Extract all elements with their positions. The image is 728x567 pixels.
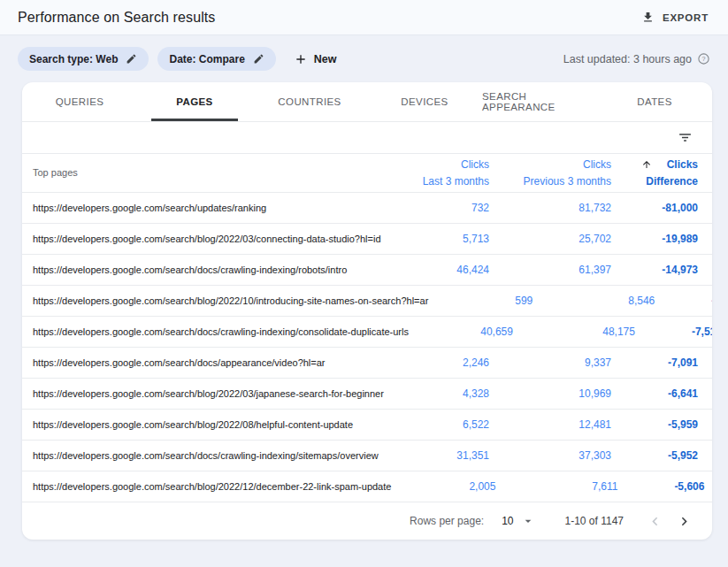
- pager: [647, 513, 693, 530]
- column-header-line: Clicks: [667, 157, 698, 173]
- clicks-difference-value: -14,973: [611, 264, 698, 276]
- table-footer: Rows per page: 10 1-10 of 1147: [22, 502, 712, 540]
- table-row[interactable]: https://developers.google.com/search/blo…: [22, 224, 712, 255]
- table-header: Top pages Clicks Last 3 months Clicks Pr…: [22, 154, 712, 193]
- pagination-range: 1-10 of 1147: [565, 515, 625, 527]
- table-row[interactable]: https://developers.google.com/search/doc…: [22, 441, 712, 471]
- caret-down-icon[interactable]: [521, 514, 535, 528]
- clicks-previous-value: 8,546: [533, 295, 655, 307]
- clicks-last-value: 2,246: [385, 356, 489, 369]
- chevron-left-icon[interactable]: [647, 513, 663, 530]
- tab[interactable]: DATES: [597, 82, 712, 121]
- rows-per-page-label: Rows per page:: [410, 515, 484, 527]
- download-icon: [641, 11, 655, 24]
- filter-bar: Search type: Web Date: Compare New Last …: [0, 35, 728, 82]
- page-url: https://developers.google.com/search/doc…: [33, 264, 385, 275]
- table-row[interactable]: https://developers.google.com/search/upd…: [22, 193, 712, 224]
- column-header-line: Last 3 months: [385, 173, 489, 190]
- clicks-difference-value: -7,516: [635, 326, 712, 338]
- last-updated-text: Last updated: 3 hours ago: [563, 53, 692, 65]
- clicks-previous-value: 12,481: [489, 418, 611, 431]
- edit-pencil-icon: [253, 53, 264, 65]
- tab[interactable]: QUERIES: [22, 82, 137, 121]
- page-url: https://developers.google.com/search/upd…: [33, 203, 385, 213]
- tab-label: COUNTRIES: [278, 96, 341, 107]
- clicks-previous-value: 61,397: [489, 264, 611, 276]
- page-url: https://developers.google.com/search/doc…: [33, 357, 385, 368]
- page-url: https://developers.google.com/search/doc…: [33, 450, 385, 461]
- column-header-clicks-last[interactable]: Clicks Last 3 months: [385, 157, 489, 189]
- new-filter-label: New: [314, 53, 337, 65]
- clicks-last-value: 40,659: [409, 326, 513, 338]
- tab[interactable]: PAGES: [137, 82, 252, 121]
- clicks-last-value: 599: [428, 295, 533, 307]
- column-header-line: Difference: [611, 173, 698, 190]
- filter-chip-label: Search type: Web: [29, 53, 118, 65]
- clicks-last-value: 5,713: [385, 233, 489, 245]
- tab-label: DEVICES: [401, 96, 448, 107]
- tab-label: PAGES: [176, 96, 212, 107]
- rows-per-page-value[interactable]: 10: [502, 515, 513, 527]
- clicks-last-value: 31,351: [385, 449, 489, 462]
- column-header-line: Previous 3 months: [489, 173, 611, 190]
- table-row[interactable]: https://developers.google.com/search/blo…: [22, 410, 712, 441]
- clicks-previous-value: 9,337: [489, 356, 611, 369]
- clicks-difference-value: -19,989: [611, 233, 698, 245]
- clicks-last-value: 46,424: [385, 264, 489, 276]
- search-performance-page: Performance on Search results EXPORT Sea…: [0, 0, 728, 567]
- table-row[interactable]: https://developers.google.com/search/blo…: [22, 286, 712, 317]
- chevron-right-icon[interactable]: [676, 513, 693, 530]
- table-row[interactable]: https://developers.google.com/search/blo…: [22, 379, 712, 410]
- help-circle-icon[interactable]: ?: [697, 52, 710, 65]
- arrow-up-icon: [641, 159, 652, 170]
- column-header-clicks-previous[interactable]: Clicks Previous 3 months: [489, 157, 611, 189]
- edit-pencil-icon: [126, 53, 137, 65]
- tab-bar: QUERIES PAGES COUNTRIES DEVICES SEARCH A…: [22, 82, 712, 122]
- clicks-previous-value: 7,611: [495, 480, 617, 493]
- tab[interactable]: SEARCH APPEARANCE: [482, 82, 597, 121]
- filter-chip[interactable]: Date: Compare: [157, 47, 275, 71]
- column-header-top-pages[interactable]: Top pages: [33, 165, 385, 180]
- clicks-last-value: 6,522: [385, 418, 489, 431]
- clicks-previous-value: 48,175: [513, 326, 635, 338]
- table-row[interactable]: https://developers.google.com/search/doc…: [22, 317, 712, 348]
- clicks-previous-value: 10,969: [489, 387, 611, 400]
- tab-label: QUERIES: [56, 96, 104, 107]
- clicks-previous-value: 25,702: [489, 233, 611, 245]
- filter-chip[interactable]: Search type: Web: [18, 47, 149, 71]
- tab[interactable]: DEVICES: [367, 82, 482, 121]
- clicks-difference-value: -81,000: [611, 202, 698, 214]
- page-url: https://developers.google.com/search/blo…: [33, 481, 391, 492]
- page-url: https://developers.google.com/search/blo…: [33, 419, 385, 430]
- table-row[interactable]: https://developers.google.com/search/blo…: [22, 471, 712, 502]
- rows-per-page: Rows per page: 10: [410, 514, 534, 528]
- last-updated: Last updated: 3 hours ago ?: [563, 52, 710, 65]
- clicks-difference-value: -6,641: [611, 387, 698, 400]
- page-url: https://developers.google.com/search/blo…: [33, 388, 385, 399]
- page-title: Performance on Search results: [18, 10, 215, 26]
- column-header-line: Clicks: [385, 157, 489, 173]
- svg-text:?: ?: [702, 56, 706, 63]
- export-button[interactable]: EXPORT: [641, 11, 709, 24]
- clicks-difference-value: -5,952: [611, 449, 698, 462]
- filter-list-icon[interactable]: [678, 130, 693, 145]
- export-label: EXPORT: [663, 12, 709, 23]
- clicks-previous-value: 81,732: [489, 202, 611, 214]
- new-filter-button[interactable]: New: [294, 52, 337, 66]
- tab-label: SEARCH APPEARANCE: [482, 91, 597, 112]
- clicks-difference-value: -5,959: [611, 418, 698, 431]
- report-card: QUERIES PAGES COUNTRIES DEVICES SEARCH A…: [22, 82, 712, 540]
- clicks-difference-value: -7,947: [655, 295, 712, 307]
- plus-icon: [294, 52, 308, 66]
- table-body: https://developers.google.com/search/upd…: [22, 193, 712, 502]
- table-row[interactable]: https://developers.google.com/search/doc…: [22, 255, 712, 286]
- column-header-line: Clicks: [489, 157, 611, 173]
- clicks-difference-value: -7,091: [611, 356, 698, 369]
- table-toolbar: [22, 122, 712, 154]
- clicks-last-value: 732: [385, 202, 489, 214]
- column-header-clicks-difference[interactable]: Clicks Difference: [611, 157, 698, 189]
- clicks-last-value: 4,328: [385, 387, 489, 400]
- clicks-difference-value: -5,606: [617, 480, 704, 493]
- table-row[interactable]: https://developers.google.com/search/doc…: [22, 348, 712, 379]
- tab[interactable]: COUNTRIES: [252, 82, 367, 121]
